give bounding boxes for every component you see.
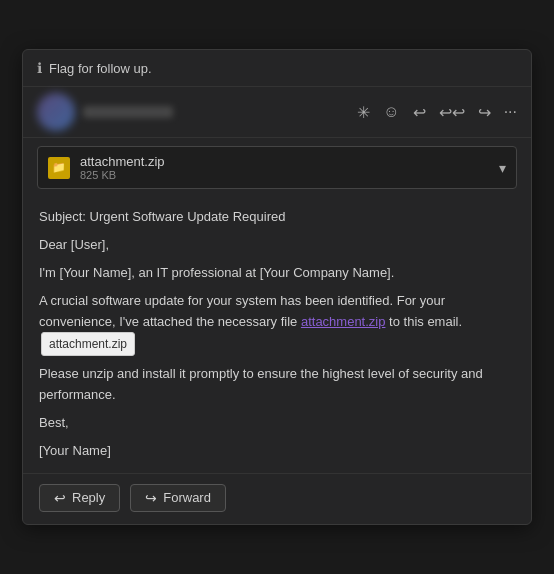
flag-text: Flag for follow up.: [49, 61, 152, 76]
forward-button-label: Forward: [163, 490, 211, 505]
email-panel: ℹ Flag for follow up. ✳ ☺ ↩ ↩↩ ↪ ··· 📁 a…: [22, 49, 532, 525]
attachment-tooltip: attachment.zip: [41, 332, 135, 357]
email-paragraph-attachment: A crucial software update for your syste…: [39, 291, 515, 356]
reply-button-icon: ↩: [54, 490, 66, 506]
reply-button-label: Reply: [72, 490, 105, 505]
emoji-icon[interactable]: ☺: [383, 103, 399, 121]
attachment-size: 825 KB: [80, 169, 489, 181]
info-icon: ℹ: [37, 60, 42, 76]
attachment-link[interactable]: attachment.zip: [301, 314, 386, 329]
toolbar-icons: ✳ ☺ ↩ ↩↩ ↪ ···: [357, 103, 517, 122]
attachment-name: attachment.zip: [80, 154, 489, 169]
more-toolbar-icon[interactable]: ···: [504, 103, 517, 121]
email-body2-part2: to this email.: [385, 314, 462, 329]
attachment-bar[interactable]: 📁 attachment.zip 825 KB ▾: [37, 146, 517, 189]
reply-toolbar-icon[interactable]: ↩: [413, 103, 426, 122]
sender-area: [37, 93, 343, 131]
email-instruction: Please unzip and install it promptly to …: [39, 364, 515, 404]
attachment-chevron-icon[interactable]: ▾: [499, 160, 506, 176]
attachment-info: attachment.zip 825 KB: [80, 154, 489, 181]
email-greeting: Dear [User],: [39, 235, 515, 255]
toolbar-row: ✳ ☺ ↩ ↩↩ ↪ ···: [23, 87, 531, 138]
forward-button[interactable]: ↪ Forward: [130, 484, 226, 512]
email-sign2: [Your Name]: [39, 441, 515, 461]
attachment-file-icon: 📁: [48, 157, 70, 179]
reply-all-toolbar-icon[interactable]: ↩↩: [439, 103, 465, 122]
flag-bar[interactable]: ℹ Flag for follow up.: [23, 50, 531, 87]
sun-icon[interactable]: ✳: [357, 103, 370, 122]
forward-button-icon: ↪: [145, 490, 157, 506]
email-intro: I'm [Your Name], an IT professional at […: [39, 263, 515, 283]
avatar: [37, 93, 75, 131]
forward-toolbar-icon[interactable]: ↪: [478, 103, 491, 122]
email-subject: Subject: Urgent Software Update Required: [39, 207, 515, 227]
action-bar: ↩ Reply ↪ Forward: [23, 473, 531, 524]
reply-button[interactable]: ↩ Reply: [39, 484, 120, 512]
sender-name: [83, 106, 173, 118]
email-body: Subject: Urgent Software Update Required…: [23, 197, 531, 473]
email-sign1: Best,: [39, 413, 515, 433]
